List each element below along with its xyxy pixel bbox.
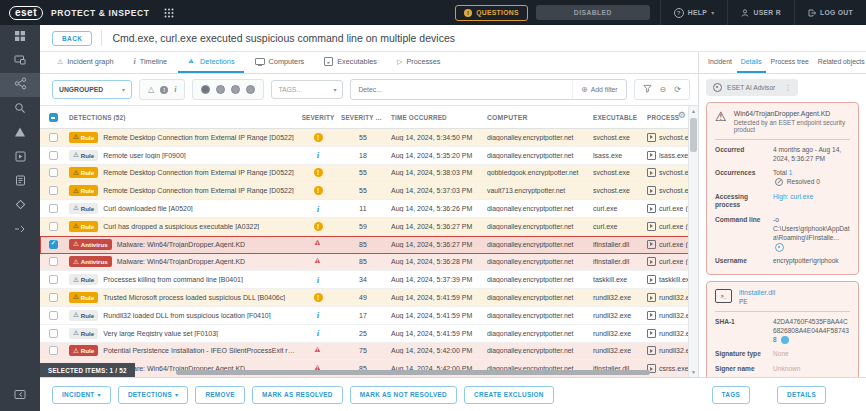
horizontal-scrollbar[interactable] xyxy=(176,370,650,375)
sidebar-item-incidents[interactable] xyxy=(0,73,40,97)
filter-funnel-icon[interactable] xyxy=(643,84,652,95)
row-checkbox[interactable] xyxy=(49,151,58,160)
tab-detections[interactable]: Detections xyxy=(178,52,243,73)
severity-info-filter-icon[interactable]: i xyxy=(174,85,176,94)
status-dot-icon[interactable] xyxy=(216,85,225,94)
row-checkbox[interactable] xyxy=(49,240,58,249)
status-dot-icon[interactable] xyxy=(231,85,240,94)
tab-timeline[interactable]: iTimeline xyxy=(125,52,177,73)
eset-ai-advisor-button[interactable]: ESET AI Advisor⋮ xyxy=(706,79,798,96)
row-checkbox[interactable] xyxy=(49,311,58,320)
sidebar-item-detections[interactable] xyxy=(0,121,40,145)
vertical-scrollbar[interactable]: ▲▼ xyxy=(688,106,698,377)
sidebar-item-search[interactable] xyxy=(0,97,40,121)
tab-computers[interactable]: Computers xyxy=(246,52,314,73)
row-checkbox[interactable] xyxy=(49,133,58,142)
scroll-up-icon[interactable]: ▲ xyxy=(689,108,698,114)
detections-button[interactable]: DETECTIONS▾ xyxy=(118,386,189,404)
tab-processes[interactable]: ▷Processes xyxy=(388,52,449,73)
row-checkbox[interactable] xyxy=(49,222,58,231)
computer-name: diagonalley.encryptpotter.net xyxy=(484,152,590,159)
panel-tab-process-tree[interactable]: Process tree xyxy=(767,52,813,73)
panel-tab-details[interactable]: Details xyxy=(737,52,766,73)
table-row[interactable]: ⚠RulePotential Persistence Installation … xyxy=(40,343,698,361)
table-row[interactable]: ⚠RuleRundll32 loaded DLL from suspicious… xyxy=(40,307,698,325)
scroll-down-icon[interactable]: ▼ xyxy=(689,369,698,375)
add-filter-button[interactable]: ⊕Add filter xyxy=(572,80,626,99)
column-computer[interactable]: COMPUTER xyxy=(484,114,590,121)
table-row[interactable]: ⚠RuleCurl downloaded file [A0520] 11 Aug… xyxy=(40,200,698,218)
table-row[interactable]: ⚠AntivirusMalware: Win64/TrojanDropper.A… xyxy=(40,236,698,254)
logout-button[interactable]: LOG OUT xyxy=(795,0,866,25)
sidebar-item-more[interactable] xyxy=(0,217,40,241)
sidebar-item-computers[interactable] xyxy=(0,49,40,73)
table-row[interactable]: ⚠RuleRemote Desktop Connection from Exte… xyxy=(40,165,698,183)
app-grid-icon[interactable] xyxy=(164,4,174,22)
row-checkbox[interactable] xyxy=(49,275,58,284)
details-button[interactable]: DETAILS xyxy=(777,386,826,404)
table-row[interactable]: ⚠RuleRemote Desktop Connection from Exte… xyxy=(40,182,698,200)
select-all-checkbox[interactable] xyxy=(49,113,58,122)
disabled-button[interactable]: DISABLED xyxy=(536,5,650,20)
filter-presets-icon[interactable]: ⊖ xyxy=(660,85,667,94)
sidebar-item-executables[interactable] xyxy=(0,145,40,169)
mark-as-not-resolved-button[interactable]: MARK AS NOT RESOLVED xyxy=(350,386,457,404)
reputation-icon[interactable] xyxy=(781,336,789,344)
column-time-occurred[interactable]: TIME OCCURRED xyxy=(388,114,484,121)
mark-as-resolved-button[interactable]: MARK AS RESOLVED xyxy=(252,386,343,404)
row-checkbox[interactable] xyxy=(49,204,58,213)
executable-name-link[interactable]: ifinstaller.dll xyxy=(739,289,775,296)
sidebar-item-dashboard[interactable] xyxy=(0,25,40,49)
column-settings-gear-icon[interactable]: ⚙ xyxy=(678,110,686,120)
tags-button[interactable]: TAGS xyxy=(712,386,750,404)
user-menu[interactable]: USER R xyxy=(728,0,793,25)
row-checkbox[interactable] xyxy=(49,168,58,177)
panel-tabs: IncidentDetailsProcess treeRelated objec… xyxy=(699,52,866,74)
row-checkbox[interactable] xyxy=(49,329,58,338)
refresh-icon[interactable]: ⟳ xyxy=(674,85,681,94)
table-row[interactable]: ⚠RuleCurl has dropped a suspicious execu… xyxy=(40,218,698,236)
panel-tab-incident[interactable]: Incident xyxy=(704,52,736,73)
panel-tab-related-objects[interactable]: Related objects xyxy=(814,52,866,73)
column-severity-score[interactable]: SEVERITY SCORE xyxy=(338,114,388,121)
back-button[interactable]: BACK xyxy=(52,31,92,46)
badge-label: Rule xyxy=(81,205,94,212)
rule-badge: ⚠Rule xyxy=(69,328,98,339)
table-row[interactable]: ⚠AntivirusMalware: Win64/TrojanDropper.A… xyxy=(40,254,698,272)
row-checkbox[interactable] xyxy=(49,186,58,195)
tags-dropdown[interactable]: TAGS...▾ xyxy=(271,80,343,99)
kebab-menu-icon[interactable]: ⋮ xyxy=(784,84,791,92)
severity-high-filter-icon[interactable]: △ xyxy=(148,85,154,94)
table-row[interactable]: ⚠RuleProcesses killing from command line… xyxy=(40,271,698,289)
help-menu[interactable]: ?HELP▾ xyxy=(661,0,728,25)
questions-button[interactable]: !QUESTIONS xyxy=(455,5,528,21)
filter-search-input[interactable] xyxy=(351,86,572,93)
status-dot-icon[interactable] xyxy=(201,85,210,94)
row-checkbox[interactable] xyxy=(49,346,58,355)
incident-button[interactable]: INCIDENT▾ xyxy=(52,386,111,404)
column-severity[interactable]: SEVERITY xyxy=(298,114,338,121)
severity-warning-filter-icon[interactable]: ! xyxy=(160,86,168,94)
column-executable[interactable]: EXECUTABLE xyxy=(590,114,644,121)
sidebar-item-scripts[interactable] xyxy=(0,169,40,193)
value-link[interactable]: High: curl.exe xyxy=(773,193,813,200)
sidebar-collapse-button[interactable] xyxy=(0,383,40,407)
warning-triangle-icon: ⚠ xyxy=(73,330,79,337)
create-exclusion-button[interactable]: CREATE EXCLUSION xyxy=(464,386,554,404)
remove-button[interactable]: REMOVE xyxy=(195,386,245,404)
table-row[interactable]: ⚠RuleRemote user login [F0900] 18 Aug 14… xyxy=(40,147,698,165)
row-checkbox[interactable] xyxy=(49,293,58,302)
detection-name: Remote Desktop Connection from External … xyxy=(103,134,294,141)
value-link[interactable]: 1 xyxy=(789,169,793,176)
status-dot-icon[interactable] xyxy=(246,85,255,94)
tab-incident-graph[interactable]: ⚠Incident graph xyxy=(48,52,123,73)
column-detections[interactable]: DETECTIONS (52) xyxy=(66,114,298,121)
table-row[interactable]: ⚠RuleRemote Desktop Connection from Exte… xyxy=(40,129,698,147)
table-row[interactable]: ⚠RuleVery large Registry value set [F010… xyxy=(40,325,698,343)
grouping-dropdown[interactable]: UNGROUPED▾ xyxy=(52,80,132,99)
detail-eye-icon[interactable] xyxy=(775,243,784,252)
row-checkbox[interactable] xyxy=(49,257,58,266)
table-row[interactable]: ⚠RuleTrusted Microsoft process loaded su… xyxy=(40,289,698,307)
tab-executables[interactable]: ▸Executables xyxy=(315,52,386,73)
sidebar-item-events[interactable] xyxy=(0,193,40,217)
